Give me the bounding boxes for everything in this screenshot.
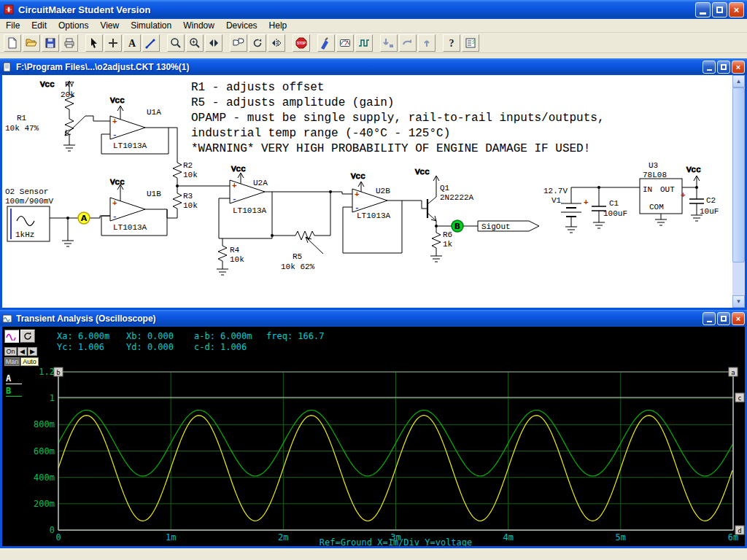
menu-view[interactable]: View bbox=[94, 20, 125, 31]
schematic-vscrollbar[interactable]: ▲ ▼ bbox=[732, 75, 745, 308]
u1a-plus-pin: + bbox=[112, 117, 117, 126]
scroll-up-button[interactable]: ▲ bbox=[732, 75, 745, 88]
menu-simulation[interactable]: Simulation bbox=[125, 20, 177, 31]
resistor-r2[interactable]: R2 10k bbox=[173, 160, 198, 182]
opamp-u2b[interactable]: + - U2B LT1013A bbox=[352, 187, 391, 220]
u1b-plus-pin: + bbox=[112, 199, 117, 208]
battery-v1[interactable]: 12.7V V1 bbox=[543, 187, 581, 227]
wire-tool-icon bbox=[144, 36, 158, 50]
loop-arrow-icon bbox=[23, 331, 33, 341]
probe-a[interactable]: A bbox=[78, 212, 90, 224]
schematic-canvas[interactable]: R1 - adjusts offset R5 - adjusts amplitu… bbox=[2, 75, 745, 308]
save-button[interactable] bbox=[42, 34, 59, 52]
app-titlebar: CircuitMaker Student Version × bbox=[0, 0, 747, 19]
probe-b-label: B bbox=[454, 222, 460, 231]
scroll-thumb[interactable] bbox=[732, 88, 745, 262]
scope-titlebar[interactable]: Transient Analysis (Oscilloscope) × bbox=[0, 310, 747, 327]
vcc-label: Vcc bbox=[686, 166, 701, 174]
potentiometer-r1[interactable]: R1 10k 47% bbox=[5, 114, 85, 138]
sigout-flag[interactable]: SigOut bbox=[478, 221, 539, 231]
rotate-button[interactable] bbox=[249, 34, 266, 52]
multimeter-button[interactable] bbox=[336, 34, 354, 52]
step-out-button[interactable] bbox=[418, 34, 436, 52]
square-wave-icon bbox=[357, 36, 371, 50]
readout-yd: Yd: 0.000 bbox=[126, 342, 174, 352]
potentiometer-r5[interactable]: R5 10k 62% bbox=[281, 231, 323, 271]
new-button[interactable] bbox=[4, 34, 21, 52]
menu-edit[interactable]: Edit bbox=[26, 20, 53, 31]
menu-help[interactable]: Help bbox=[263, 20, 293, 31]
cursor-a-handle[interactable]: a bbox=[729, 368, 738, 376]
menu-devices[interactable]: Devices bbox=[220, 20, 263, 31]
open-button[interactable] bbox=[23, 34, 40, 52]
probe-b[interactable]: B bbox=[452, 220, 463, 232]
help-button[interactable]: ? bbox=[443, 34, 460, 52]
channel-a-label[interactable]: A bbox=[6, 373, 22, 384]
digital-logic-button[interactable] bbox=[230, 34, 247, 52]
trace-display-button[interactable] bbox=[4, 330, 19, 343]
text-tool-button[interactable]: A bbox=[123, 34, 141, 52]
schematic-titlebar[interactable]: F:\Program Files\...\o2adjust.CKT 130%(1… bbox=[0, 58, 747, 75]
cursor-b-handle[interactable]: b bbox=[54, 368, 63, 376]
auto-scale-button[interactable]: Auto bbox=[20, 357, 39, 366]
scope-minimize-button[interactable] bbox=[703, 312, 716, 325]
on-button[interactable]: On bbox=[4, 347, 17, 356]
help-icon: ? bbox=[445, 36, 458, 50]
capacitor-c2[interactable]: + C2 10uF bbox=[681, 191, 719, 216]
o2-sensor-source[interactable]: O2 Sensor 100m/900mV 1kHz bbox=[5, 187, 53, 241]
svg-text:?: ? bbox=[449, 38, 454, 49]
waveforms-button[interactable] bbox=[355, 34, 373, 52]
next-cursor-button[interactable]: ▶ bbox=[28, 347, 37, 356]
scope-close-button[interactable]: × bbox=[732, 312, 745, 325]
menu-window[interactable]: Window bbox=[177, 20, 220, 31]
select-arrow-button[interactable] bbox=[85, 34, 103, 52]
close-button[interactable]: × bbox=[729, 2, 744, 18]
resistor-r7[interactable]: R7 20k bbox=[61, 80, 75, 113]
scope-title: Transient Analysis (Oscilloscope) bbox=[16, 314, 703, 324]
refresh-trace-button[interactable] bbox=[20, 330, 35, 343]
resistor-r6[interactable]: R6 1k bbox=[432, 230, 453, 252]
resistor-r4[interactable]: R4 10k bbox=[218, 243, 244, 265]
cursor-c-handle[interactable]: c bbox=[735, 393, 744, 402]
opamp-u1b[interactable]: + - U1B LT1013A bbox=[110, 190, 161, 232]
print-button[interactable] bbox=[61, 34, 78, 52]
stop-button[interactable]: STOP bbox=[293, 34, 310, 52]
menu-file[interactable]: File bbox=[0, 20, 26, 31]
zoom-area-button[interactable] bbox=[186, 34, 204, 52]
maximize-button[interactable] bbox=[712, 2, 727, 18]
u1b-name: U1B bbox=[147, 190, 161, 198]
probe-button[interactable] bbox=[317, 34, 335, 52]
channel-b-label[interactable]: B bbox=[6, 386, 22, 397]
setup-check-button[interactable] bbox=[462, 34, 479, 52]
menu-options[interactable]: Options bbox=[53, 20, 94, 31]
step-into-button[interactable] bbox=[380, 34, 398, 52]
regulator-u3[interactable]: U3 78L08 IN OUT COM bbox=[640, 161, 682, 214]
manual-scale-button[interactable]: Man bbox=[4, 357, 20, 366]
schematic-close-button[interactable]: × bbox=[732, 61, 745, 74]
prev-cursor-button[interactable]: ◀ bbox=[18, 347, 27, 356]
save-icon bbox=[44, 36, 57, 50]
minimize-button[interactable] bbox=[695, 2, 711, 18]
scope-maximize-button[interactable] bbox=[717, 312, 730, 325]
scroll-down-button[interactable]: ▼ bbox=[732, 295, 745, 308]
step-over-button[interactable] bbox=[399, 34, 417, 52]
add-part-button[interactable] bbox=[104, 34, 122, 52]
pan-button[interactable] bbox=[205, 34, 222, 52]
r1-name: R1 bbox=[17, 114, 27, 122]
transistor-q1[interactable]: Q1 2N2222A bbox=[427, 184, 474, 221]
resistor-r3[interactable]: R3 10k bbox=[173, 190, 198, 212]
x-tick-label: 2m bbox=[278, 532, 288, 542]
vcc-label: Vcc bbox=[415, 168, 430, 176]
q1-legs[interactable] bbox=[427, 197, 436, 221]
magnifier-plus-icon bbox=[188, 36, 201, 50]
capacitor-c1[interactable]: + C1 100uF bbox=[584, 198, 627, 218]
pan-arrows-icon bbox=[207, 36, 220, 50]
wire-tool-button[interactable] bbox=[142, 34, 160, 52]
probe-icon bbox=[320, 36, 333, 50]
opamp-u1a[interactable]: + - U1A LT1013A bbox=[110, 108, 161, 150]
mirror-button[interactable] bbox=[268, 34, 285, 52]
schematic-minimize-button[interactable] bbox=[703, 61, 716, 74]
opamp-u2a[interactable]: + - U2A LT1013A bbox=[230, 179, 268, 215]
schematic-maximize-button[interactable] bbox=[717, 61, 730, 74]
zoom-button[interactable] bbox=[167, 34, 185, 52]
